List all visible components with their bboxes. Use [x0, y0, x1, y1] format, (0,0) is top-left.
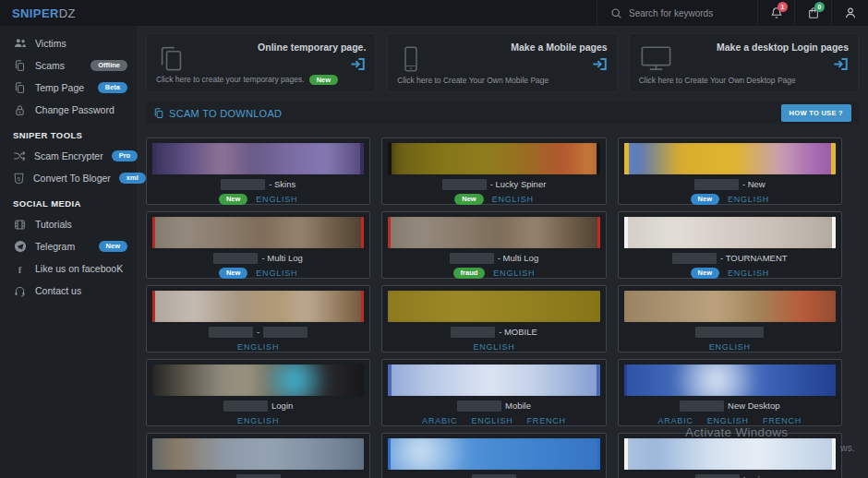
promo-card-temporary-page[interactable]: Online temporary page. Click here to cre…	[146, 33, 376, 92]
sidebar-item-label: Tutorials	[35, 219, 127, 230]
scam-title: Mobile	[505, 400, 531, 411]
scam-card[interactable]: Login	[618, 433, 842, 478]
scam-card[interactable]	[146, 433, 370, 478]
language-link[interactable]: ENGLISH	[237, 342, 279, 352]
status-badge: New	[454, 194, 483, 205]
promo-description: Click here to create your temporary page…	[156, 75, 305, 84]
language-link[interactable]: FRENCH	[763, 416, 802, 425]
scam-banner-image	[152, 438, 364, 470]
scam-section-header: SCAM TO DOWNLOAD HOW TO USE ?	[146, 102, 859, 125]
scam-title: New Desktop	[728, 400, 780, 411]
sidebar-item-label: Telegram	[35, 241, 90, 252]
offline-badge: Offline	[90, 60, 127, 71]
redacted-name	[223, 400, 268, 412]
redacted-name	[236, 474, 281, 478]
sidebar-item-scam-encrypter[interactable]: Scam Encrypter Pro	[0, 145, 137, 167]
scam-card[interactable]: - Multi Log fraudENGLISH	[381, 211, 606, 279]
scam-card[interactable]: New Desktop ARABICENGLISHFRENCH	[618, 359, 842, 426]
sidebar-item-label: Like us on facebooK	[35, 263, 127, 274]
redacted-name	[450, 253, 494, 264]
language-link[interactable]: ENGLISH	[237, 416, 279, 425]
sidebar-item-telegram[interactable]: Telegram New	[0, 235, 137, 257]
scam-card[interactable]: - TOURNAMENT NewENGLISH	[618, 211, 842, 279]
cart-button[interactable]: 0	[794, 0, 831, 26]
language-link[interactable]: ENGLISH	[473, 342, 514, 352]
sidebar-item-convert-to-bloger[interactable]: 5 Convert To Bloger xml	[0, 167, 137, 189]
search-input[interactable]	[629, 8, 744, 18]
status-badge: New	[219, 268, 247, 279]
status-badge: New	[219, 194, 247, 205]
language-link[interactable]: ARABIC	[422, 416, 457, 425]
sign-in-arrow-icon[interactable]	[350, 57, 366, 75]
account-button[interactable]	[831, 0, 868, 26]
users-icon	[13, 37, 27, 50]
status-badge: New	[691, 194, 719, 205]
redacted-name	[213, 253, 258, 264]
scam-title: -	[257, 327, 259, 337]
beta-badge: Beta	[98, 82, 127, 93]
sidebar-item-label: Temp Page	[35, 82, 90, 93]
sidebar-item-facebook[interactable]: f Like us on facebooK	[0, 257, 137, 280]
scam-card[interactable]: Login ENGLISH	[146, 359, 370, 426]
logo-text-bold: SNIPER	[12, 6, 59, 20]
sidebar-section-social-media: SOCIAL MEDIA	[0, 189, 137, 213]
promo-card-desktop-page[interactable]: Make a desktop Login pages Click here to…	[629, 33, 859, 92]
sign-in-arrow-icon[interactable]	[833, 57, 849, 75]
promo-title: Make a desktop Login pages	[717, 42, 849, 53]
redacted-name	[680, 400, 724, 412]
search-icon	[610, 7, 622, 19]
promo-card-mobile-page[interactable]: Make a Mobile pages Click here to Create…	[387, 33, 617, 92]
language-link[interactable]: ENGLISH	[707, 416, 749, 425]
redacted-name	[263, 327, 307, 338]
scam-banner-image	[624, 438, 836, 470]
app-logo[interactable]: SNIPERDZ	[0, 6, 76, 20]
scam-card[interactable]: ENGLISH	[618, 285, 842, 353]
desktop-large-icon	[639, 42, 673, 78]
language-link[interactable]: ENGLISH	[471, 416, 512, 425]
notifications-button[interactable]: 1	[757, 0, 794, 26]
notification-badge: 1	[778, 2, 788, 12]
language-link[interactable]: ENGLISH	[492, 195, 534, 204]
sign-in-arrow-icon[interactable]	[592, 57, 608, 75]
lock-icon	[13, 104, 27, 116]
language-link[interactable]: ENGLISH	[493, 269, 535, 278]
scam-title: - MOBILE	[499, 327, 537, 337]
search-box[interactable]	[597, 0, 757, 26]
topbar-actions: 1 0	[597, 0, 868, 26]
scam-banner-image	[624, 291, 836, 322]
scam-title: - Lucky Spiner	[490, 179, 547, 189]
user-icon	[844, 6, 857, 19]
language-link[interactable]: ENGLISH	[728, 195, 769, 204]
sidebar-item-temp-page[interactable]: Temp Page Beta	[0, 77, 137, 99]
sidebar-item-scams[interactable]: Scams Offline	[0, 54, 137, 77]
scam-banner-image	[388, 217, 599, 248]
scam-card[interactable]: - MOBILE ENGLISH	[381, 285, 606, 353]
topbar: SNIPERDZ 1 0	[0, 0, 868, 26]
scam-card[interactable]: - New NewENGLISH	[618, 137, 842, 205]
scam-card[interactable]: - Lucky Spiner NewENGLISH	[381, 137, 606, 205]
logo-text-light: DZ	[59, 6, 76, 20]
sidebar-item-label: Change Password	[35, 104, 127, 115]
scam-card[interactable]: - Multi Log NewENGLISH	[146, 211, 370, 279]
sidebar-item-label: Scam Encrypter	[34, 150, 103, 161]
scam-card[interactable]: Mobile ARABICENGLISHFRENCH	[381, 359, 606, 426]
how-to-use-button[interactable]: HOW TO USE ?	[781, 104, 851, 122]
sidebar-item-contact-us[interactable]: Contact us	[0, 280, 137, 302]
language-link[interactable]: ENGLISH	[256, 269, 297, 278]
scam-card[interactable]: - Skins NewENGLISH	[146, 137, 370, 205]
sidebar-item-label: Convert To Bloger	[33, 173, 111, 184]
language-link[interactable]: ARABIC	[657, 416, 693, 425]
language-link[interactable]: ENGLISH	[728, 269, 769, 278]
language-link[interactable]: FRENCH	[527, 416, 566, 425]
sidebar-item-tutorials[interactable]: Tutorials	[0, 213, 137, 235]
scam-banner-image	[388, 438, 599, 470]
sidebar-item-change-password[interactable]: Change Password	[0, 99, 137, 121]
sidebar-item-victims[interactable]: Victims	[0, 32, 137, 54]
sidebar-item-label: Victims	[35, 38, 127, 49]
scam-card[interactable]: - ENGLISH	[146, 285, 370, 353]
language-link[interactable]: ENGLISH	[709, 342, 751, 352]
new-badge: New	[99, 241, 127, 252]
language-link[interactable]: ENGLISH	[256, 195, 297, 204]
pro-badge: Pro	[112, 150, 139, 161]
scam-card[interactable]	[381, 433, 606, 478]
